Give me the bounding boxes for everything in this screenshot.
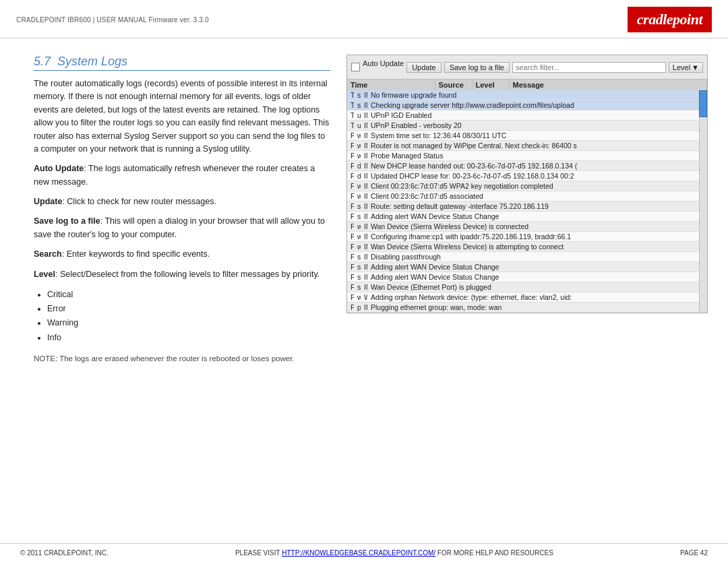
cell-message: Wan Device (Sierra Wireless Device) is c… xyxy=(367,222,707,232)
bullet-info: Info xyxy=(47,331,330,345)
logo: cradlepoint xyxy=(628,7,712,32)
cell-time: Fri Aug 26th 02:33:0 xyxy=(347,141,354,151)
cell-level: INFO xyxy=(361,201,367,212)
cell-level: INFO xyxy=(361,171,367,181)
cell-message: Router is not managed by WiPipe Central.… xyxy=(367,141,707,151)
cell-time: Fri Aug 26th 02:32:5 xyxy=(347,181,354,191)
footer-right: PAGE 42 xyxy=(680,549,708,557)
table-row: Fri Aug 26th 02:32:4svcmgrINFOWan Device… xyxy=(347,282,707,292)
left-column: 5.7 System Logs The router automatically… xyxy=(34,55,330,365)
cell-time: Tue Aug 30th 12:37: xyxy=(347,100,354,111)
auto-update-label: Auto Update xyxy=(363,58,404,69)
def-term-auto-update: Auto Update xyxy=(34,164,84,173)
level-button[interactable]: Level ▼ xyxy=(669,62,703,73)
page-header: CRADLEPOINT IBR600 | USER MANUAL Firmwar… xyxy=(0,0,728,38)
table-row: Fri Aug 26th 02:32:4svcmgrINFOAdding ale… xyxy=(347,212,707,222)
cell-source: svcmgr xyxy=(354,212,361,222)
table-row: Tue Aug 30th 12:36:upnpINFOUPnP IGD Enab… xyxy=(347,111,707,121)
log-panel: Auto Update Update Save log to a file Le… xyxy=(346,55,708,313)
def-update: Update: Click to check for new router me… xyxy=(34,195,330,208)
table-row: Fri Aug 26th 02:32:5dhcpINFONew DHCP lea… xyxy=(347,161,707,171)
log-table-header-row: Time Source Level Message xyxy=(347,80,707,90)
col-header-time: Time xyxy=(347,80,435,90)
def-auto-update: Auto Update: The logs automatically refr… xyxy=(34,162,330,189)
note: NOTE: The logs are erased whenever the r… xyxy=(34,353,330,365)
cell-level: INFO xyxy=(361,181,367,191)
scroll-thumb[interactable] xyxy=(699,90,707,117)
table-row: Fri Aug 26th 02:32:4svcmgrINFORoute: set… xyxy=(347,201,707,212)
cell-level: INFO xyxy=(361,141,367,151)
cell-level: INFO xyxy=(361,100,367,111)
cell-level: INFO xyxy=(361,272,367,282)
cell-level: INFO xyxy=(361,303,367,313)
cell-time: Fri Aug 26th 02:32:4 xyxy=(347,272,354,282)
table-row: Fri Aug 26th 02:32:5wpcINFOProbe Managed… xyxy=(347,151,707,161)
cell-source: dhcp xyxy=(354,171,361,181)
footer-link[interactable]: HTTP://KNOWLEDGEBASE.CRADLEPOINT.COM/ xyxy=(282,549,435,557)
scrollbar[interactable] xyxy=(699,90,707,313)
save-log-button[interactable]: Save log to a file xyxy=(444,62,510,73)
table-row: Fri Aug 26th 02:32:4svcmgrINFOAdding ale… xyxy=(347,262,707,272)
cell-time: Fri Aug 26th 02:32:4 xyxy=(347,252,354,262)
cell-source: dhcp xyxy=(354,161,361,171)
def-level: Level: Select/Deselect from the followin… xyxy=(34,268,330,281)
footer-left: © 2011 CRADLEPOINT, INC. xyxy=(20,549,109,557)
cell-time: Fri Aug 26th 02:32:4 xyxy=(347,222,354,232)
cell-source: wpc xyxy=(354,141,361,151)
cell-level: INFO xyxy=(361,90,367,100)
def-term-search: Search xyxy=(34,249,62,259)
cell-message: Client 00:23:6c:7d:07:d5 associated xyxy=(367,191,707,201)
cell-level: INFO xyxy=(361,191,367,201)
log-scroll-area[interactable]: Tue Aug 30th 12:37:svcmgrINFONo firmware… xyxy=(347,90,707,313)
cell-message: UPnP IGD Enabled xyxy=(367,111,707,121)
table-row: Fri Aug 26th 02:32:5wlanINFOClient 00:23… xyxy=(347,181,707,191)
def-term-update: Update xyxy=(34,197,62,206)
table-row: Tue Aug 30th 12:37:svcmgrINFONo firmware… xyxy=(347,90,707,100)
def-term-level: Level xyxy=(34,270,55,279)
table-row: Fri Aug 26th 02:32:4wanmgrINFOConfigurin… xyxy=(347,232,707,242)
table-row: Tue Aug 30th 12:36:upnpINFOUPnP Enabled … xyxy=(347,121,707,131)
log-data-table: Tue Aug 30th 12:37:svcmgrINFONo firmware… xyxy=(347,90,707,313)
page-footer: © 2011 CRADLEPOINT, INC. PLEASE VISIT HT… xyxy=(0,543,728,562)
cell-source: portmgr xyxy=(354,303,361,313)
cell-time: Fri Aug 26th 02:32:5 xyxy=(347,191,354,201)
col-header-source: Source xyxy=(435,80,472,90)
intro-paragraph: The router automatically logs (records) … xyxy=(34,77,330,156)
cell-message: System time set to: 12:36:44 08/30/11 UT… xyxy=(367,131,707,141)
cell-message: Adding orphan Network device: (type: eth… xyxy=(367,292,707,303)
cell-source: wpc xyxy=(354,151,361,161)
cell-level: INFO xyxy=(361,212,367,222)
cell-time: Tue Aug 30th 12:36: xyxy=(347,121,354,131)
search-input[interactable] xyxy=(512,62,666,73)
update-button[interactable]: Update xyxy=(406,62,441,73)
cell-source: svcmgr xyxy=(354,262,361,272)
cell-source: wpc xyxy=(354,131,361,141)
cell-time: Tue Aug 30th 12:36: xyxy=(347,111,354,121)
page-content: 5.7 System Logs The router automatically… xyxy=(0,38,728,371)
cell-source: svcmgr xyxy=(354,252,361,262)
cell-message: Wan Device (Ethernet Port) is plugged xyxy=(367,282,707,292)
cell-message: Route: setting default gateway -interfac… xyxy=(367,201,707,212)
cell-message: Client 00:23:6c:7d:07:d5 WPA2 key negoti… xyxy=(367,181,707,191)
table-row: Fri Aug 26th 02:32:4svcmgrINFODisabling … xyxy=(347,252,707,262)
cell-time: Fri Aug 26th 02:32:4 xyxy=(347,232,354,242)
cell-source: wlan xyxy=(354,181,361,191)
cell-time: Fri Aug 26th 02:32:4 xyxy=(347,242,354,252)
cell-time: Fri Aug 26th 02:32:3 xyxy=(347,292,354,303)
cell-level: INFO xyxy=(361,252,367,262)
auto-update-checkbox[interactable] xyxy=(351,63,360,71)
cell-time: Fri Aug 26th 02:32:5 xyxy=(347,171,354,181)
bullet-warning: Warning xyxy=(47,316,330,330)
cell-level: INFO xyxy=(361,161,367,171)
cell-source: svcmgr xyxy=(354,100,361,111)
col-header-level: Level xyxy=(472,80,509,90)
cell-message: New DHCP lease handed out: 00-23-6c-7d-0… xyxy=(367,161,707,171)
cell-level: INFO xyxy=(361,151,367,161)
footer-center: PLEASE VISIT HTTP://KNOWLEDGEBASE.CRADLE… xyxy=(235,549,553,557)
def-search: Search: Enter keywords to find specific … xyxy=(34,248,330,261)
log-table: Time Source Level Message xyxy=(347,80,707,90)
cell-level: WARNING xyxy=(361,292,367,303)
table-row: Tue Aug 30th 12:37:svcmgrINFOChecking up… xyxy=(347,100,707,111)
cell-message: Checking upgrade server http://www.cradl… xyxy=(367,100,707,111)
cell-source: svcmgr xyxy=(354,201,361,212)
